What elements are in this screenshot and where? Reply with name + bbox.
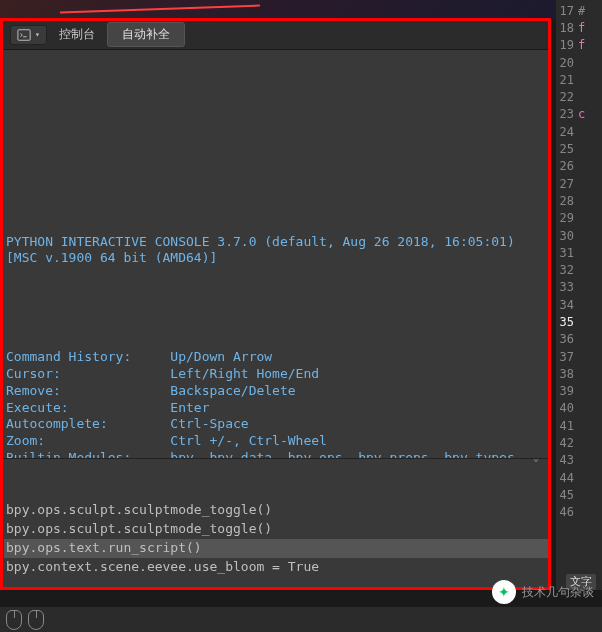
gutter-row[interactable]: 31 [556,244,602,261]
line-number: 46 [556,505,578,519]
svg-rect-0 [18,29,30,40]
line-number: 35 [556,315,578,329]
viewport-sliver [0,0,602,20]
gutter-row[interactable]: 35 [556,313,602,330]
line-number: 25 [556,142,578,156]
line-number: 43 [556,453,578,467]
line-number: 38 [556,367,578,381]
gutter-row[interactable]: 20 [556,54,602,71]
line-number: 22 [556,90,578,104]
line-number: 34 [556,298,578,312]
line-number: 27 [556,177,578,191]
gutter-row[interactable]: 41 [556,417,602,434]
console-editor-area: ▾ 控制台 自动补全 PYTHON INTERACTIVE CONSOLE 3.… [2,20,549,588]
gutter-row[interactable]: 30 [556,227,602,244]
line-number: 19 [556,38,578,52]
gutter-row[interactable]: 36 [556,331,602,348]
gutter-row[interactable]: 39 [556,383,602,400]
log-line[interactable]: bpy.ops.sculpt.sculptmode_toggle() [4,501,549,520]
gutter-row[interactable]: 38 [556,365,602,382]
watermark-text: 技术几句杂谈 [522,584,594,601]
watermark: ✦ 技术几句杂谈 [492,580,594,604]
text-editor-gutter: 17#18f19f20212223c2425262728293031323334… [556,0,602,590]
line-number: 18 [556,21,578,35]
line-number: 31 [556,246,578,260]
line-number: 36 [556,332,578,346]
gutter-row[interactable]: 18f [556,19,602,36]
line-number: 30 [556,229,578,243]
gutter-row[interactable]: 45 [556,486,602,503]
console-help-line: Builtin Modules: bpy, bpy.data, bpy.ops,… [6,450,545,458]
gutter-row[interactable]: 43 [556,452,602,469]
gutter-row[interactable]: 23c [556,106,602,123]
line-number: 29 [556,211,578,225]
scroll-down-icon[interactable]: ⌄ [529,452,543,460]
gutter-row[interactable]: 33 [556,279,602,296]
gutter-row[interactable]: 25 [556,140,602,157]
autocomplete-button[interactable]: 自动补全 [107,22,185,47]
gutter-row[interactable]: 17# [556,2,602,19]
line-number: 28 [556,194,578,208]
line-number: 42 [556,436,578,450]
line-number: 21 [556,73,578,87]
gutter-row[interactable]: 29 [556,210,602,227]
line-number: 33 [556,280,578,294]
gutter-row[interactable]: 27 [556,175,602,192]
line-number: 23 [556,107,578,121]
log-line[interactable]: bpy.ops.sculpt.sculptmode_toggle() [4,520,549,539]
line-number: 39 [556,384,578,398]
mouse-left-icon [6,610,22,630]
gutter-row[interactable]: 34 [556,296,602,313]
line-number: 17 [556,4,578,18]
gutter-row[interactable]: 37 [556,348,602,365]
console-help-line: Remove: Backspace/Delete [6,383,545,400]
console-banner: PYTHON INTERACTIVE CONSOLE 3.7.0 (defaul… [6,234,545,268]
console-help-line: Zoom: Ctrl +/-, Ctrl-Wheel [6,433,545,450]
console-help-line: Cursor: Left/Right Home/End [6,366,545,383]
chevron-down-icon: ▾ [35,30,40,39]
line-number: 40 [556,401,578,415]
log-line[interactable]: bpy.ops.text.run_script() [4,539,549,558]
console-title: 控制台 [55,26,99,43]
line-number: 41 [556,419,578,433]
log-line[interactable]: bpy.context.scene.eevee.use_bloom = True [4,558,549,577]
code-fragment: f [578,38,585,52]
gutter-row[interactable]: 26 [556,158,602,175]
line-number: 37 [556,350,578,364]
line-number: 20 [556,56,578,70]
editor-type-selector[interactable]: ▾ [10,25,47,45]
line-number: 32 [556,263,578,277]
gutter-row[interactable]: 40 [556,400,602,417]
line-number: 44 [556,471,578,485]
gutter-row[interactable]: 21 [556,71,602,88]
gutter-row[interactable]: 28 [556,192,602,209]
gutter-row[interactable]: 19f [556,37,602,54]
gutter-row[interactable]: 24 [556,123,602,140]
status-bar [0,606,602,632]
line-number: 24 [556,125,578,139]
console-icon [17,28,31,42]
gutter-row[interactable]: 44 [556,469,602,486]
code-fragment: # [578,4,585,18]
console-header: ▾ 控制台 自动补全 [2,20,549,50]
gutter-row[interactable]: 22 [556,88,602,105]
gutter-row[interactable]: 32 [556,261,602,278]
code-fragment: f [578,21,585,35]
wechat-logo-icon: ✦ [492,580,516,604]
gutter-row[interactable]: 42 [556,434,602,451]
mouse-right-icon [28,610,44,630]
console-help-line: Command History: Up/Down Arrow [6,349,545,366]
info-log-panel[interactable]: bpy.ops.sculpt.sculptmode_toggle()bpy.op… [2,458,549,588]
console-output[interactable]: PYTHON INTERACTIVE CONSOLE 3.7.0 (defaul… [2,50,549,458]
console-help-line: Autocomplete: Ctrl-Space [6,416,545,433]
line-number: 45 [556,488,578,502]
console-help-line: Execute: Enter [6,400,545,417]
line-number: 26 [556,159,578,173]
code-fragment: c [578,107,585,121]
gutter-row[interactable]: 46 [556,504,602,521]
